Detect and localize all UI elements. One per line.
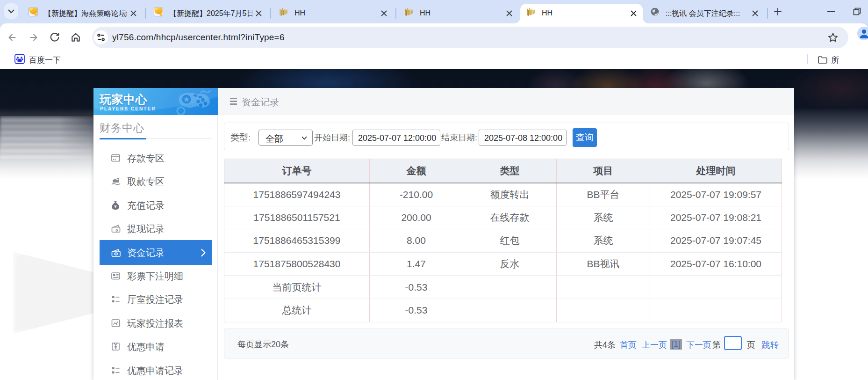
svg-text:¥: ¥ [114, 204, 116, 209]
